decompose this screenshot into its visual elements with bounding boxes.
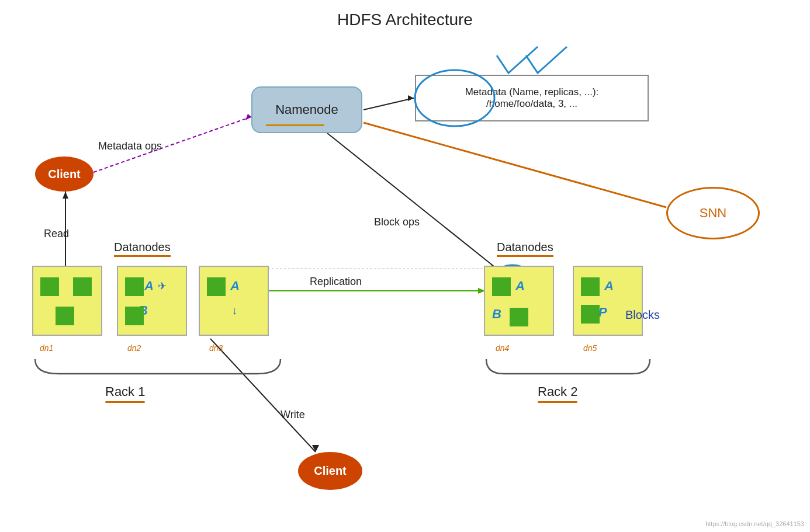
diagram: HDFS Architecture Metadata (Name, replic… xyxy=(0,0,810,532)
datanode-5: A P xyxy=(573,266,643,336)
read-label: Read xyxy=(44,228,69,240)
block-a4 xyxy=(207,277,226,296)
block-letter-A5: A xyxy=(604,279,614,294)
page-title: HDFS Architecture xyxy=(0,11,810,29)
block-a1 xyxy=(40,277,59,296)
annotation-arrow3: ↓ xyxy=(232,305,237,317)
block-b4 xyxy=(510,308,528,326)
block-a3 xyxy=(125,277,144,296)
namenode-underline xyxy=(266,124,324,126)
svg-marker-14 xyxy=(312,445,319,452)
dn4-id: dn4 xyxy=(496,343,509,353)
block-b2 xyxy=(125,307,144,325)
svg-line-1 xyxy=(364,98,414,110)
rack2-label: Rack 2 xyxy=(538,384,577,403)
rack1-brace xyxy=(29,356,286,381)
watermark: https://blog.csdn.net/qq_32641153 xyxy=(705,520,804,527)
block-letter-A4: A xyxy=(515,279,525,294)
rack1-underline xyxy=(105,401,145,403)
datanode-3: A ↓ xyxy=(199,266,269,336)
rack2-underline xyxy=(538,401,577,403)
datanode-2: A B ✈ xyxy=(117,266,187,336)
svg-marker-9 xyxy=(63,192,68,199)
dn1-id: dn1 xyxy=(40,343,53,353)
blocks-label: Blocks xyxy=(625,308,660,322)
block-letter-A2: A xyxy=(144,279,154,294)
block-letter-B4: B xyxy=(492,307,501,322)
dn2-id: dn2 xyxy=(127,343,141,353)
svg-marker-2 xyxy=(408,95,414,101)
block-a5 xyxy=(492,277,511,296)
block-b5 xyxy=(581,305,600,324)
datanode-1 xyxy=(32,266,102,336)
client-bottom: Client xyxy=(298,452,362,490)
replication-label: Replication xyxy=(310,276,362,288)
datanode-4: A B xyxy=(484,266,554,336)
svg-marker-7 xyxy=(245,114,251,120)
metadata-line1: Metadata (Name, replicas, ...): xyxy=(465,86,599,98)
block-a6 xyxy=(581,277,600,296)
rack2-brace xyxy=(480,356,656,381)
dn5-id: dn5 xyxy=(583,343,597,353)
block-b1 xyxy=(56,307,74,325)
block-ops-label: Block ops xyxy=(374,216,420,228)
annotation-bird: ✈ xyxy=(158,280,167,293)
namenode-label: Namenode xyxy=(275,102,338,117)
dn3-id: dn3 xyxy=(209,343,223,353)
svg-line-3 xyxy=(364,123,666,207)
snn-ellipse: SNN xyxy=(666,187,760,239)
namenode-box: Namenode xyxy=(251,86,362,133)
write-label: Write xyxy=(281,409,305,421)
block-letter-P5: P xyxy=(598,305,607,320)
svg-line-4 xyxy=(327,133,497,269)
rack1-label: Rack 1 xyxy=(105,384,145,403)
datanodes-right-label: Datanodes xyxy=(497,241,553,257)
block-letter-A3: A xyxy=(230,279,240,294)
block-a2 xyxy=(73,277,92,296)
datanodes-left-label: Datanodes xyxy=(114,241,171,257)
metadata-ops-label: Metadata ops xyxy=(98,140,162,152)
metadata-box: Metadata (Name, replicas, ...): /home/fo… xyxy=(415,75,649,121)
metadata-line2: /home/foo/data, 3, ... xyxy=(486,98,577,110)
client-top: Client xyxy=(35,157,94,192)
